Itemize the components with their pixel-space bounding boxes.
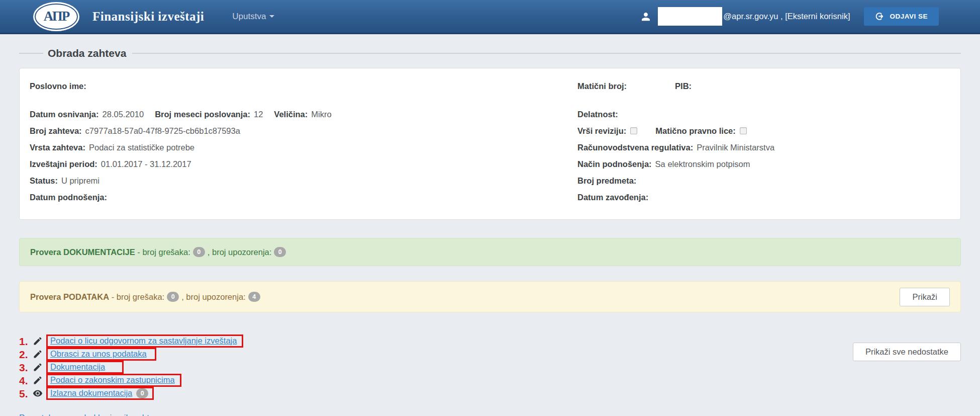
datum-osnivanja-value: 28.05.2010	[103, 110, 144, 119]
vrsi-reviziju-label: Vrši reviziju:	[577, 126, 626, 136]
row-poslovno-ime: Poslovno ime:	[30, 79, 577, 93]
alert-podaci-warnings-label: , broj upozorenja:	[181, 292, 246, 302]
annotation-number-4: 4.	[19, 375, 33, 386]
izlazna-dokumentacija-badge: 0	[136, 388, 148, 398]
details-left-column: Poslovno ime: Datum osnivanja:28.05.2010…	[30, 79, 577, 207]
prikazi-button[interactable]: Prikaži	[900, 288, 950, 306]
broj-zahteva-value: c7977a18-57a0-47f8-9725-cb6b1c87593a	[85, 126, 240, 136]
row-broj-predmeta: Broj predmeta:	[577, 174, 950, 187]
vrsi-reviziju-checkbox[interactable]	[630, 127, 637, 134]
izvestajni-period-value: 01.01.2017 - 31.12.2017	[101, 159, 191, 169]
maticno-pravno-lice-label: Matično pravno lice:	[655, 126, 736, 136]
nacin-podnosenja-value: Sa elektronskim potpisom	[655, 159, 750, 169]
show-all-deficiencies-button[interactable]: Prikaži sve nedostatke	[853, 343, 961, 361]
broj-predmeta-label: Broj predmeta:	[577, 176, 636, 186]
logout-icon	[875, 12, 885, 21]
apr-logo: АПР	[33, 2, 79, 31]
task-link-list: 1. Podaci o licu odgovornom za sastavlja…	[19, 335, 961, 400]
alert-dokumentacija-warnings-label: , broj upozorenja:	[208, 247, 272, 257]
row-status: Status:U pripremi	[30, 174, 577, 187]
back-to-requests-link[interactable]: Povratak na pregled kreiranih zahteva	[19, 413, 163, 416]
alert-podaci-title: Provera PODATAKA	[30, 292, 109, 302]
pencil-icon	[33, 349, 43, 359]
row-osnivanje: Datum osnivanja:28.05.2010 Broj meseci p…	[30, 108, 577, 121]
delatnost-label: Delatnost:	[577, 110, 618, 119]
logout-button[interactable]: ODJAVI SE	[864, 7, 939, 26]
datum-podnosenja-label: Datum podnošenja:	[30, 193, 107, 202]
status-label: Status:	[30, 176, 58, 186]
page-title-row: Obrada zahteva	[19, 47, 961, 59]
annotation-box-5: Izlazna dokumentacija 0	[46, 387, 154, 400]
broj-zahteva-label: Broj zahteva:	[30, 126, 82, 136]
alert-dokumentacija-title: Provera DOKUMENTACIJE	[30, 247, 135, 257]
datum-zavodjenja-label: Datum zavođenja:	[577, 193, 648, 202]
regulativa-label: Računovodstvena regulativa:	[577, 143, 693, 152]
request-details-panel: Poslovno ime: Datum osnivanja:28.05.2010…	[19, 68, 961, 220]
datum-osnivanja-label: Datum osnivanja:	[30, 110, 99, 119]
menu-uputstva[interactable]: Uputstva	[232, 12, 274, 22]
main-content: Obrada zahteva Poslovno ime: Datum osniv…	[0, 47, 980, 416]
podaci-warnings-badge: 4	[248, 292, 260, 302]
redacted-username	[658, 7, 722, 26]
annotation-box-3: Dokumentacija	[46, 361, 124, 374]
user-email-text: @apr.sr.gov.yu , [Eksterni korisnik]	[723, 12, 850, 21]
row-regulativa: Računovodstvena regulativa:Pravilnik Min…	[577, 141, 950, 154]
annotation-box-4: Podaci o zakonskim zastupnicima	[46, 374, 181, 387]
app-title: Finansijski izveštaji	[92, 10, 204, 24]
eye-icon	[33, 388, 43, 398]
annotation-number-5: 5.	[19, 388, 33, 399]
annotation-number-1: 1.	[19, 336, 33, 347]
user-icon	[640, 11, 651, 22]
link-zakonski-zastupnici[interactable]: Podaci o zakonskim zastupnicima	[50, 375, 175, 385]
link-izlazna-dokumentacija[interactable]: Izlazna dokumentacija	[50, 388, 132, 398]
row-izvestajni-period: Izveštajni period:01.01.2017 - 31.12.201…	[30, 157, 577, 171]
status-value: U pripremi	[61, 176, 100, 186]
pencil-icon	[33, 362, 43, 372]
regulativa-value: Pravilnik Ministarstva	[697, 143, 774, 152]
annotation-box-1: Podaci o licu odgovornom za sastavljanje…	[46, 335, 243, 348]
row-datum-zavodjenja: Datum zavođenja:	[577, 191, 950, 204]
title-rule-right	[132, 53, 961, 54]
row-revizija: Vrši reviziju: Matično pravno lice:	[577, 124, 950, 137]
link-podaci-o-licu[interactable]: Podaci o licu odgovornom za sastavljanje…	[50, 336, 237, 346]
velicina-label: Veličina:	[274, 110, 308, 119]
title-rule-left	[19, 53, 43, 54]
top-header: АПР Finansijski izveštaji Uputstva @apr.…	[0, 0, 980, 34]
user-area: @apr.sr.gov.yu , [Eksterni korisnik] ODJ…	[640, 7, 939, 26]
nacin-podnosenja-label: Način podnošenja:	[577, 159, 652, 169]
page-title: Obrada zahteva	[48, 47, 126, 59]
task-item-izlazna-dokumentacija: 5. Izlazna dokumentacija 0	[19, 387, 961, 400]
pencil-icon	[33, 336, 43, 346]
apr-logo-monogram: АПР	[44, 9, 69, 24]
row-delatnost: Delatnost:	[577, 108, 950, 121]
alert-provera-podataka: Provera PODATAKA - broj grešaka: 0 , bro…	[19, 281, 961, 312]
lower-section: Prikaži sve nedostatke 1. Podaci o licu …	[19, 335, 961, 416]
annotation-number-2: 2.	[19, 349, 33, 360]
poslovno-ime-label: Poslovno ime:	[30, 81, 86, 91]
annotation-box-2: Obrasci za unos podataka	[46, 348, 156, 361]
logout-label: ODJAVI SE	[890, 13, 928, 20]
maticni-broj-label: Matični broj:	[577, 81, 627, 91]
broj-meseci-value: 12	[254, 110, 263, 119]
link-obrasci-za-unos[interactable]: Obrasci za unos podataka	[50, 349, 147, 359]
chevron-down-icon	[269, 15, 274, 18]
details-right-column: Matični broj: PIB: Delatnost: Vrši reviz…	[577, 79, 950, 207]
task-item-odgovorno-lice: 1. Podaci o licu odgovornom za sastavlja…	[19, 335, 961, 348]
task-item-obrasci: 2. Obrasci za unos podataka	[19, 348, 961, 361]
broj-meseci-label: Broj meseci poslovanja:	[155, 110, 250, 119]
dokumentacija-errors-badge: 0	[193, 247, 205, 257]
row-datum-podnosenja: Datum podnošenja:	[30, 191, 577, 204]
alert-dokumentacija-errors-label: - broj grešaka:	[137, 247, 190, 257]
vrsta-zahteva-value: Podaci za statističke potrebe	[89, 143, 194, 152]
dokumentacija-warnings-badge: 0	[274, 247, 286, 257]
task-item-zastupnici: 4. Podaci o zakonskim zastupnicima	[19, 374, 961, 387]
annotation-number-3: 3.	[19, 362, 33, 373]
menu-uputstva-label: Uputstva	[232, 12, 266, 22]
maticno-pravno-lice-checkbox[interactable]	[740, 127, 747, 134]
podaci-errors-badge: 0	[167, 292, 179, 302]
link-dokumentacija[interactable]: Dokumentacija	[50, 362, 105, 372]
row-nacin-podnosenja: Način podnošenja:Sa elektronskim potpiso…	[577, 157, 950, 171]
row-broj-zahteva: Broj zahteva:c7977a18-57a0-47f8-9725-cb6…	[30, 124, 577, 137]
row-maticni-pib: Matični broj: PIB:	[577, 79, 950, 93]
izvestajni-period-label: Izveštajni period:	[30, 159, 97, 169]
